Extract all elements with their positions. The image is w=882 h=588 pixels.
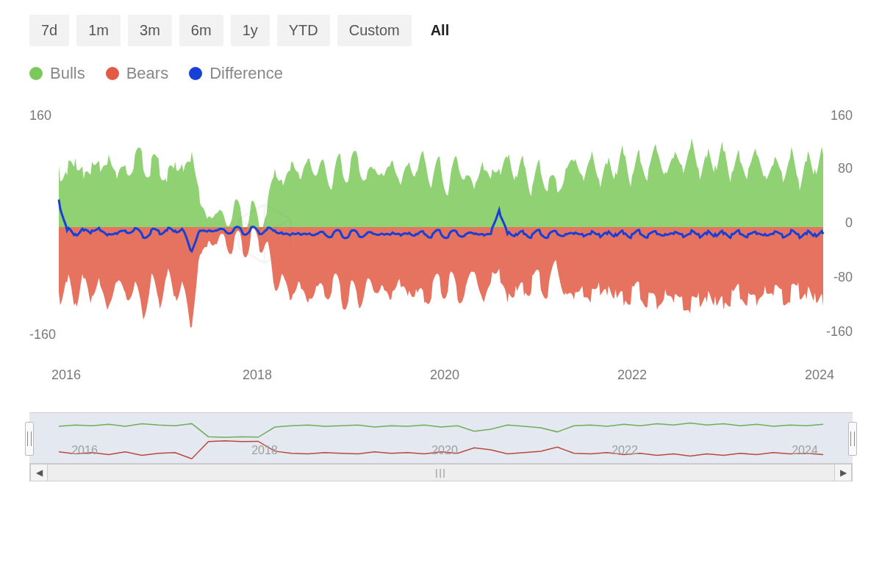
main-chart[interactable]: 160 -160 160 80 0 -80 -160 2016 2018 202… (29, 112, 853, 362)
y-right-tick-80: 80 (838, 161, 853, 176)
y-right-tick-0: 0 (845, 215, 853, 231)
legend-difference[interactable]: Difference (189, 64, 283, 83)
x-tick-2020: 2020 (430, 368, 459, 383)
x-tick-2024: 2024 (805, 368, 834, 383)
y-right-tick-neg80: -80 (833, 270, 853, 285)
x-tick-2022: 2022 (617, 368, 647, 383)
navigator-handle-left[interactable] (25, 422, 34, 456)
nav-year-2024: 2024 (792, 444, 818, 457)
range-3m[interactable]: 3m (128, 15, 172, 46)
legend-dot-icon (189, 67, 202, 80)
y-left-tick-160: 160 (29, 108, 51, 123)
time-range-selector: 7d1m3m6m1yYTDCustomAll (29, 15, 853, 46)
scroll-left-button[interactable]: ◀ (30, 465, 48, 481)
legend-dot-icon (106, 67, 119, 80)
x-tick-2016: 2016 (51, 368, 81, 383)
legend-label: Difference (209, 64, 283, 83)
range-all[interactable]: All (419, 15, 462, 46)
y-left-tick-neg160: -160 (29, 327, 56, 343)
range-7d[interactable]: 7d (29, 15, 69, 46)
range-1m[interactable]: 1m (76, 15, 121, 46)
legend-bulls[interactable]: Bulls (29, 64, 85, 83)
chart-canvas[interactable] (29, 112, 853, 362)
range-6m[interactable]: 6m (179, 15, 223, 46)
navigator-handle-right[interactable] (848, 422, 857, 456)
legend-label: Bears (126, 64, 168, 83)
nav-year-2018: 2018 (251, 444, 278, 457)
range-navigator[interactable]: 2016 2018 2020 2022 2024 (29, 412, 853, 464)
scroll-right-button[interactable]: ▶ (834, 465, 852, 481)
range-custom[interactable]: Custom (337, 15, 412, 46)
legend-bears[interactable]: Bears (106, 64, 168, 83)
nav-year-2022: 2022 (612, 444, 638, 457)
chart-legend: BullsBearsDifference (29, 64, 853, 83)
y-right-tick-160: 160 (831, 108, 853, 123)
y-right-tick-neg160: -160 (826, 324, 853, 340)
x-tick-2018: 2018 (243, 368, 272, 383)
series-bulls (59, 138, 823, 231)
legend-dot-icon (29, 67, 43, 80)
scroll-thumb[interactable]: ||| (48, 465, 834, 481)
horizontal-scrollbar[interactable]: ◀ ||| ▶ (29, 464, 853, 481)
nav-year-2016: 2016 (71, 444, 98, 457)
nav-series-bulls (59, 423, 823, 437)
range-1y[interactable]: 1y (231, 15, 270, 46)
legend-label: Bulls (50, 64, 85, 83)
series-bears (59, 227, 823, 328)
range-ytd[interactable]: YTD (277, 15, 330, 46)
nav-year-2020: 2020 (431, 444, 458, 457)
